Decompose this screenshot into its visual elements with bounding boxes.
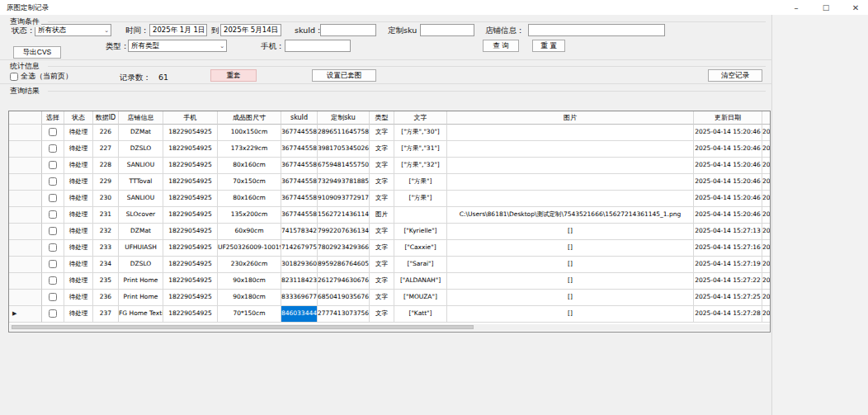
cell-phone[interactable]: 18229054925: [163, 207, 218, 224]
cell-text[interactable]: ["Caxxie"]: [394, 240, 447, 257]
cell-id[interactable]: 231: [93, 207, 119, 224]
cell-customSku[interactable]: 79922076361349: [318, 224, 370, 240]
horizontal-scrollbar[interactable]: [10, 324, 770, 331]
cell-size[interactable]: 90x180cm: [218, 290, 281, 306]
cell-size[interactable]: 230x260cm: [218, 257, 281, 273]
cell-shop[interactable]: DZSLO: [119, 141, 163, 158]
cell-select[interactable]: [42, 306, 64, 323]
type-select[interactable]: 所有类型 ⌄: [128, 40, 227, 52]
cell-extra[interactable]: 20: [762, 191, 771, 207]
cell-text[interactable]: ["方果"]: [394, 191, 447, 207]
column-header-customSku[interactable]: 定制sku: [318, 111, 370, 125]
cell-size[interactable]: UF250326009-100190: [218, 240, 281, 257]
cell-size[interactable]: 60x90cm: [218, 224, 281, 240]
cell-status[interactable]: 待处理: [64, 207, 93, 224]
cell-updated[interactable]: 2025-04-14 15:27:22: [694, 273, 762, 290]
cell-updated[interactable]: 2025-04-14 15:27:19: [694, 257, 762, 273]
row-select-checkbox[interactable]: [49, 144, 57, 153]
cell-text[interactable]: ["ALDANAH"]: [394, 273, 447, 290]
cell-phone[interactable]: 18229054925: [163, 174, 218, 191]
cell-status[interactable]: 待处理: [64, 273, 93, 290]
cell-skuId[interactable]: 7415783427: [281, 224, 318, 240]
table-row[interactable]: ▶待处理237FG Home Textile1822905492570*150c…: [9, 306, 770, 323]
cell-select[interactable]: [42, 125, 64, 141]
cell-type[interactable]: 文字: [370, 141, 394, 158]
cell-skuId[interactable]: 3677445582: [281, 158, 318, 174]
cell-customSku[interactable]: 78029234293664: [318, 240, 370, 257]
cell-image[interactable]: [447, 191, 694, 207]
cell-select[interactable]: [42, 224, 64, 240]
cell-shop[interactable]: UFHUIASH: [119, 240, 163, 257]
cell-skuId[interactable]: 3677445582: [281, 207, 318, 224]
cell-select[interactable]: [42, 290, 64, 306]
row-header-cell[interactable]: [9, 240, 42, 257]
cell-status[interactable]: 待处理: [64, 306, 93, 323]
cell-status[interactable]: 待处理: [64, 224, 93, 240]
cell-type[interactable]: 文字: [370, 273, 394, 290]
cell-skuId[interactable]: 3018293600: [281, 257, 318, 273]
cell-extra[interactable]: 20: [762, 273, 771, 290]
row-select-checkbox[interactable]: [49, 177, 57, 186]
cell-skuId[interactable]: 3677445582: [281, 174, 318, 191]
cell-type[interactable]: 文字: [370, 125, 394, 141]
cell-updated[interactable]: 2025-04-14 15:27:25: [694, 290, 762, 306]
cell-status[interactable]: 待处理: [64, 290, 93, 306]
cell-size[interactable]: 70x150cm: [218, 174, 281, 191]
cell-phone[interactable]: 18229054925: [163, 224, 218, 240]
column-header-updated[interactable]: 更新日期: [694, 111, 762, 125]
cell-size[interactable]: 90x180cm: [218, 273, 281, 290]
row-select-checkbox[interactable]: [49, 210, 57, 219]
cell-phone[interactable]: 18229054925: [163, 191, 218, 207]
table-row[interactable]: 待处理234DZSLO18229054925230x260cm301829360…: [9, 257, 770, 273]
cell-skuId[interactable]: 8333696775: [281, 290, 318, 306]
cell-customSku[interactable]: 39817053450268: [318, 141, 370, 158]
table-row[interactable]: 待处理227DZSLO18229054925173x229cm367744558…: [9, 141, 770, 158]
cell-type[interactable]: 文字: [370, 191, 394, 207]
cell-size[interactable]: 100x150cm: [218, 125, 281, 141]
column-header-extra[interactable]: [762, 111, 771, 125]
column-header-id[interactable]: 数据ID: [93, 111, 119, 125]
close-icon[interactable]: ✕: [850, 3, 861, 12]
cell-shop[interactable]: SANLIOU: [119, 158, 163, 174]
row-select-checkbox[interactable]: [49, 309, 57, 318]
phone-input[interactable]: [285, 40, 351, 52]
cell-text[interactable]: ["MOUZA"]: [394, 290, 447, 306]
row-header-cell[interactable]: [9, 273, 42, 290]
cell-customSku[interactable]: 89592867646051: [318, 257, 370, 273]
row-select-checkbox[interactable]: [49, 161, 57, 169]
cell-type[interactable]: 图片: [370, 207, 394, 224]
cell-customSku[interactable]: 67594814557503: [318, 158, 370, 174]
cell-customSku[interactable]: 91090937729173: [318, 191, 370, 207]
cell-id[interactable]: 226: [93, 125, 119, 141]
row-select-checkbox[interactable]: [49, 293, 57, 301]
custom-sku-input[interactable]: [420, 24, 474, 36]
column-header-image[interactable]: 图片: [447, 111, 694, 125]
cell-status[interactable]: 待处理: [64, 125, 93, 141]
column-header-type[interactable]: 类型: [370, 111, 394, 125]
cell-id[interactable]: 237: [93, 306, 119, 323]
cell-customSku[interactable]: 73294937818854: [318, 174, 370, 191]
cell-extra[interactable]: 20: [762, 125, 771, 141]
cell-id[interactable]: 228: [93, 158, 119, 174]
cell-id[interactable]: 230: [93, 191, 119, 207]
cell-phone[interactable]: 18229054925: [163, 158, 218, 174]
column-header-phone[interactable]: 手机: [163, 111, 218, 125]
table-row[interactable]: 待处理228SANLIOU1822905492580x160cm36774455…: [9, 158, 770, 174]
cell-text[interactable]: ["Kyrielle"]: [394, 224, 447, 240]
table-row[interactable]: 待处理229TTToval1822905492570x150cm36774455…: [9, 174, 770, 191]
cell-skuId[interactable]: 8231184239: [281, 273, 318, 290]
row-select-checkbox[interactable]: [49, 194, 57, 202]
cell-phone[interactable]: 18229054925: [163, 273, 218, 290]
row-header-cell[interactable]: [9, 125, 42, 141]
row-header-cell[interactable]: [9, 191, 42, 207]
cell-extra[interactable]: 20: [762, 158, 771, 174]
cell-id[interactable]: 232: [93, 224, 119, 240]
cell-customSku[interactable]: 28965116457582: [318, 125, 370, 141]
cell-customSku[interactable]: 68504190356769: [318, 290, 370, 306]
cell-updated[interactable]: 2025-04-14 15:20:46: [694, 174, 762, 191]
cell-id[interactable]: 236: [93, 290, 119, 306]
cell-size[interactable]: 70*150cm: [218, 306, 281, 323]
cell-updated[interactable]: 2025-04-14 15:27:28: [694, 306, 762, 323]
date-to-picker[interactable]: 2025年 5月14日 ⌄: [220, 24, 281, 36]
row-select-checkbox[interactable]: [49, 276, 57, 285]
